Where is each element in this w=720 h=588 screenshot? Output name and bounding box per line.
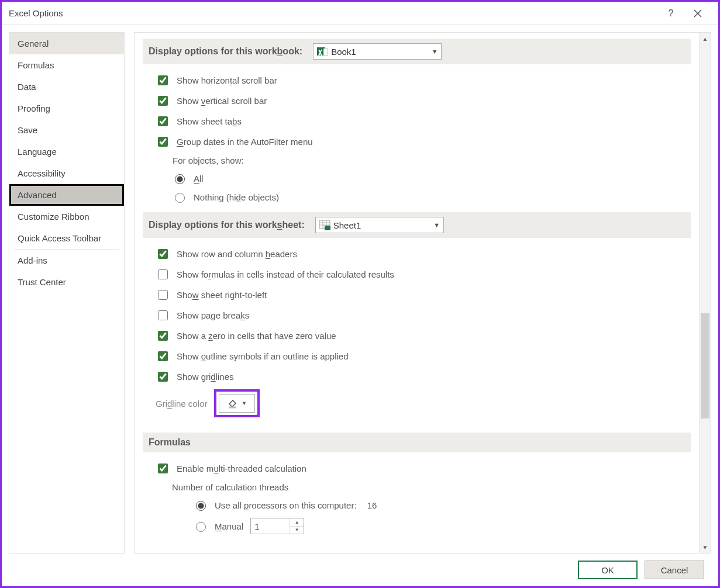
nav-proofing[interactable]: Proofing [9,98,124,119]
lbl-sheet-tabs: Show sheet tabs [177,116,242,126]
window-title: Excel Options [9,8,657,18]
nav-save[interactable]: Save [9,119,124,141]
chk-show-gridlines[interactable] [158,372,168,382]
spin-down-icon[interactable]: ▼ [290,527,304,534]
content-area: Display options for this workbook: Book1… [134,32,711,554]
lbl-horizontal-scrollbar: Show horizontal scroll bar [177,75,277,85]
lbl-show-formulas: Show formulas in cells instead of their … [177,269,394,279]
radio-objects-nothing[interactable] [175,193,185,203]
ok-button[interactable]: OK [578,561,638,579]
lbl-show-gridlines: Show gridlines [177,372,234,382]
options-nav: General Formulas Data Proofing Save Lang… [9,32,125,554]
chk-sheet-tabs[interactable] [158,116,168,126]
nav-language[interactable]: Language [9,141,124,162]
spin-up-icon[interactable]: ▲ [290,518,304,527]
lbl-objects-nothing: Nothing (hide objects) [194,192,279,202]
lbl-group-dates: Group dates in the AutoFilter menu [177,137,313,147]
chk-vertical-scrollbar[interactable] [158,96,168,106]
chevron-down-icon: ▼ [242,400,247,406]
chk-rtl[interactable] [158,290,168,300]
workbook-selected-text: Book1 [331,47,428,57]
lbl-for-objects: For objects, show: [173,155,244,165]
worksheet-selector[interactable]: Sheet1 ▼ [315,217,444,233]
chevron-down-icon: ▼ [428,48,441,55]
section-title-worksheet: Display options for this worksheet: [149,220,305,230]
lbl-page-breaks: Show page breaks [177,310,249,320]
scroll-thumb[interactable] [701,313,709,418]
svg-rect-1 [323,49,328,56]
nav-data[interactable]: Data [9,76,124,98]
paint-bucket-icon [228,398,238,409]
lbl-rtl: Show sheet right-to-left [177,290,267,300]
lbl-row-col-headers: Show row and column headers [177,249,297,259]
close-icon [694,9,702,18]
chk-show-formulas[interactable] [158,269,168,279]
chk-horizontal-scrollbar[interactable] [158,75,168,85]
chk-page-breaks[interactable] [158,310,168,320]
excel-book-icon [316,45,329,58]
nav-formulas[interactable]: Formulas [9,54,124,76]
chk-show-zero[interactable] [158,331,168,341]
section-display-workbook: Display options for this workbook: Book1… [143,39,691,64]
close-button[interactable] [684,3,711,24]
nav-addins[interactable]: Add-ins [9,250,124,271]
lbl-show-zero: Show a zero in cells that have zero valu… [177,331,336,341]
scroll-down-icon[interactable]: ▼ [700,541,711,553]
cancel-button[interactable]: Cancel [645,561,704,579]
vertical-scrollbar[interactable]: ▲ ▼ [699,33,711,553]
chk-group-dates[interactable] [158,137,168,147]
nav-general[interactable]: General [9,33,124,54]
section-title-formulas: Formulas [149,437,191,448]
workbook-selector[interactable]: Book1 ▼ [313,43,442,60]
radio-manual-threads[interactable] [196,522,206,532]
lbl-use-all-processors: Use all processors on this computer: [215,500,357,510]
dialog-footer: OK Cancel [2,554,718,586]
gridline-color-picker[interactable]: ▼ [219,394,255,413]
worksheet-icon [318,219,331,231]
processor-count: 16 [367,500,377,510]
help-button[interactable]: ? [657,3,684,24]
section-formulas: Formulas [143,433,691,452]
nav-trust-center[interactable]: Trust Center [9,271,124,293]
radio-use-all-processors[interactable] [196,501,206,511]
highlight-gridline-color: ▼ [214,389,260,417]
svg-rect-7 [325,226,330,230]
manual-thread-count[interactable]: ▲▼ [250,518,304,534]
nav-customize-ribbon[interactable]: Customize Ribbon [9,206,124,227]
chk-row-col-headers[interactable] [158,249,168,259]
nav-advanced[interactable]: Advanced [9,184,124,206]
chk-multi-thread[interactable] [158,464,168,473]
chevron-down-icon: ▼ [430,222,443,229]
radio-objects-all[interactable] [175,174,185,184]
lbl-vertical-scrollbar: Show vertical scroll bar [177,96,267,106]
nav-accessibility[interactable]: Accessibility [9,162,124,184]
titlebar: Excel Options ? [2,2,718,25]
chk-outline-symbols[interactable] [158,351,168,361]
lbl-manual: Manual [215,521,243,531]
lbl-num-threads: Number of calculation threads [172,482,288,492]
nav-quick-access-toolbar[interactable]: Quick Access Toolbar [9,227,124,249]
manual-thread-input[interactable] [251,518,290,534]
lbl-gridline-color: Gridline color [156,399,207,409]
lbl-outline-symbols: Show outline symbols if an outline is ap… [177,351,349,361]
worksheet-selected-text: Sheet1 [333,220,430,230]
section-display-worksheet: Display options for this worksheet: Shee… [143,212,691,238]
lbl-multi-thread: Enable multi-threaded calculation [177,464,306,473]
scroll-up-icon[interactable]: ▲ [700,33,711,44]
section-title-workbook: Display options for this workbook: [149,46,302,57]
lbl-objects-all: All [194,174,204,184]
